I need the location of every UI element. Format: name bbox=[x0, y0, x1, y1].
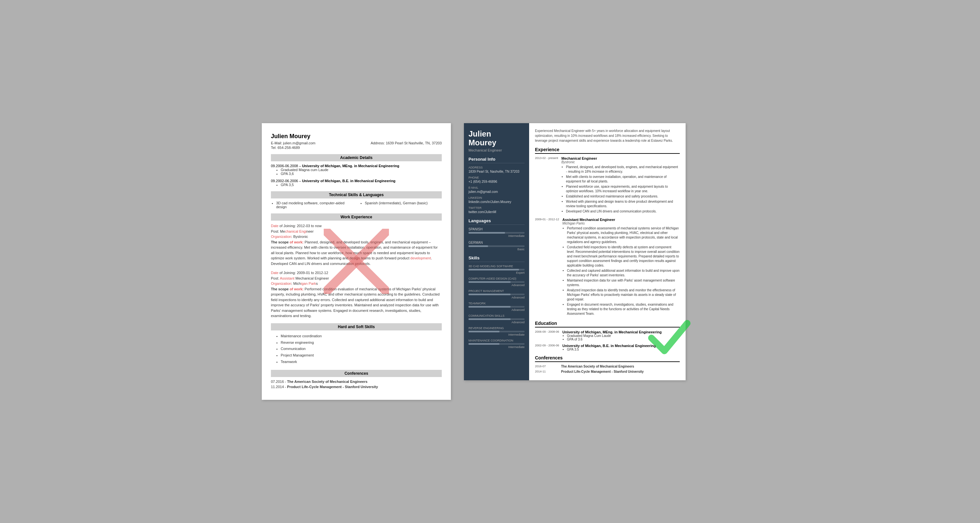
skill-item: 3D CAD MODELING SOFTWARE Expert bbox=[468, 265, 525, 274]
resume-left: Julien Mourey E-Mail: julien.m@gmail.com… bbox=[262, 123, 451, 399]
work-section-bar: Work Experience bbox=[271, 213, 442, 221]
conferences-container: 2016-07 The American Society of Mechanic… bbox=[535, 365, 680, 374]
sidebar-name-block: Julien Mourey Mechanical Engineer bbox=[468, 130, 525, 152]
edu-details-1: Graduated Magna cum Laude GPA 3,6 bbox=[277, 168, 442, 176]
left-address: Address: 1639 Pearl St Nashville, TN, 37… bbox=[371, 141, 442, 149]
sidebar-title: Mechanical Engineer bbox=[468, 148, 525, 152]
edu-entry-2: 09.2002-06.2006 – University of Michigan… bbox=[271, 179, 442, 187]
left-name: Julien Mourey bbox=[271, 133, 442, 140]
experience-item: 2009-01 - 2012-12 Assistant Mechanical E… bbox=[535, 218, 680, 317]
language-item: GERMAN Basic bbox=[468, 241, 525, 251]
conf-left-1: 07.2016 - The American Society of Mechan… bbox=[271, 380, 442, 383]
skills-container: 3D CAD MODELING SOFTWARE Expert COMPUTER… bbox=[468, 265, 525, 349]
hard-skills-section-bar: Hard and Soft Skills bbox=[271, 323, 442, 331]
experience-container: 2013-02 - present Mechanical Engineer By… bbox=[535, 156, 680, 317]
skill-item: TEAMWORK Advanced bbox=[468, 302, 525, 312]
skill-item: COMMUNICATION SKILLS Advanced bbox=[468, 314, 525, 324]
conference-item: 2014-11 Product Life-Cycle Management - … bbox=[535, 370, 680, 374]
skills-columns: 3D cad modeling software, computer-aided… bbox=[271, 201, 442, 209]
resume-right: Julien Mourey Mechanical Engineer Person… bbox=[464, 123, 686, 380]
skills-col-right: Spanish (intermediate), German (basic) bbox=[360, 201, 442, 209]
left-tel: Tel: 654-258-4689 bbox=[271, 146, 316, 149]
conf-left-2: 11.2014 - Product Life-Cycle Management … bbox=[271, 385, 442, 389]
page-container: Julien Mourey E-Mail: julien.m@gmail.com… bbox=[262, 123, 718, 399]
left-header: Julien Mourey E-Mail: julien.m@gmail.com… bbox=[271, 133, 442, 149]
sidebar-twitter: Twitter twitter.com/JulienM bbox=[468, 206, 525, 214]
technical-section-bar: Technical Skills & Languages bbox=[271, 191, 442, 199]
skills-col-left: 3D cad modeling software, computer-aided… bbox=[271, 201, 353, 209]
sidebar: Julien Mourey Mechanical Engineer Person… bbox=[464, 123, 529, 380]
work-entry-2: Date of Joining: 2009-01 to 2012-12 Post… bbox=[271, 270, 442, 319]
academic-section-bar: Academic Details bbox=[271, 154, 442, 161]
language-item: SPANISH Intermediate bbox=[468, 227, 525, 238]
sidebar-linkedin: LinkedIn linkedin.com/in/Julien.Mourey bbox=[468, 196, 525, 203]
skill-item: COMPUTER-AIDED DESIGN (CAD) Advanced bbox=[468, 277, 525, 287]
experience-item: 2013-02 - present Mechanical Engineer By… bbox=[535, 156, 680, 215]
experience-section-title: Experience bbox=[535, 147, 680, 154]
edu-title-2: 09.2002-06.2006 – University of Michigan… bbox=[271, 179, 442, 183]
summary: Experienced Mechanical Engineer with 5+ … bbox=[535, 129, 680, 143]
sidebar-first-name: Julien bbox=[468, 130, 525, 138]
skill-item: REVERSE ENGINEERING Intermediate bbox=[468, 326, 525, 336]
sidebar-email: E-mail julien.m@gmail.com bbox=[468, 186, 525, 194]
skill-item: PROJECT MANAGEMENT Advanced bbox=[468, 289, 525, 299]
edu-title-1: 09.2006-06.2008 – University of Michigan… bbox=[271, 164, 442, 168]
edu-entry-1: 09.2006-06.2008 – University of Michigan… bbox=[271, 164, 442, 176]
education-container: 2006-09 - 2008-06 University of Michigan… bbox=[535, 330, 680, 351]
education-item: 2006-09 - 2008-06 University of Michigan… bbox=[535, 330, 680, 341]
conferences-section-title: Conferences bbox=[535, 355, 680, 362]
education-section-title: Education bbox=[535, 321, 680, 327]
education-item: 2002-09 - 2006-06 University of Michigan… bbox=[535, 344, 680, 351]
left-contact-left: E-Mail: julien.m@gmail.com Tel: 654-258-… bbox=[271, 141, 316, 149]
languages-container: SPANISH Intermediate GERMAN Basic bbox=[468, 227, 525, 251]
personal-info-title: Personal Info bbox=[468, 157, 525, 163]
left-contact: E-Mail: julien.m@gmail.com Tel: 654-258-… bbox=[271, 141, 442, 149]
skill-item: MAINTENANCE COORDINATION Intermediate bbox=[468, 339, 525, 349]
conferences-section-bar: Conferences bbox=[271, 370, 442, 377]
sidebar-address: Address 1839 Pearl St, Nashville, TN 372… bbox=[468, 166, 525, 173]
sidebar-phone: Phone +1 (654) 259-46896 bbox=[468, 176, 525, 183]
edu-details-2: GPA 3,5 bbox=[277, 183, 442, 187]
skills-title: Skills bbox=[468, 256, 525, 262]
left-email: E-Mail: julien.m@gmail.com bbox=[271, 141, 316, 145]
main-content: Experienced Mechanical Engineer with 5+ … bbox=[529, 123, 686, 380]
sidebar-last-name: Mourey bbox=[468, 138, 525, 147]
hard-skills-list: Maintenance coordination Reverse enginee… bbox=[271, 333, 442, 365]
conference-item: 2016-07 The American Society of Mechanic… bbox=[535, 365, 680, 368]
work-entry-1: Date of Joining: 2012-03 to now Post: Me… bbox=[271, 223, 442, 266]
languages-title: Languages bbox=[468, 218, 525, 225]
